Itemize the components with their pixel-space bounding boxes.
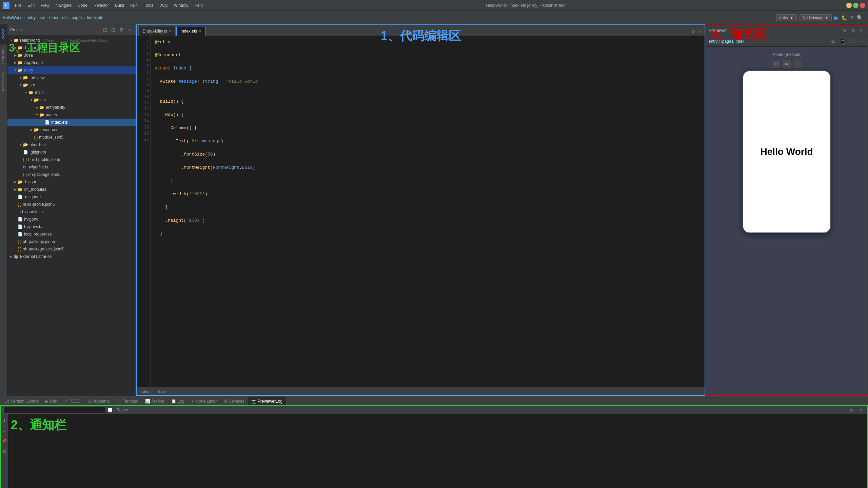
tree-external-libraries[interactable]: ▶ 📚 External Libraries: [7, 253, 136, 260]
minimize-button[interactable]: −: [846, 3, 852, 8]
preview-close-icon[interactable]: ×: [858, 27, 865, 34]
bottom-trash-icon[interactable]: 🗑: [1, 447, 8, 455]
regex-checkbox[interactable]: [108, 408, 112, 412]
breadcrumb-helloworld[interactable]: HelloWorld: [3, 15, 22, 20]
tree-ohostest[interactable]: ▶ 📂 ohosTest: [7, 141, 136, 148]
menu-window[interactable]: Window: [171, 2, 191, 8]
tree-oh-modules[interactable]: ▶ 📂 oh_modules: [7, 186, 136, 193]
tree-build-profile-entry[interactable]: { } build-profile.json5: [7, 156, 136, 163]
menu-tools[interactable]: Tools: [141, 2, 156, 8]
tree-module-json5[interactable]: { } module.json5: [7, 134, 136, 141]
tree-hvigorw-bat[interactable]: 📄 hvigorw.bat: [7, 223, 136, 230]
phone-back-icon[interactable]: ◁: [772, 60, 780, 68]
preview-phone-icon[interactable]: 📱: [839, 38, 846, 45]
run-button[interactable]: ▶: [834, 15, 839, 21]
tab-problems[interactable]: ⚠ Problems: [84, 397, 113, 405]
tree-ohpackage-lock[interactable]: { } oh-package-lock.json5: [7, 245, 136, 253]
tree-src[interactable]: ▼ 📂 src: [7, 81, 136, 89]
tab-terminal[interactable]: ⬛ Terminal: [113, 397, 141, 405]
tab-version-control[interactable]: ⎇ Version Control: [1, 397, 42, 405]
preview-settings-icon[interactable]: ⚙: [850, 27, 856, 34]
menu-navigate[interactable]: Navigate: [53, 2, 74, 8]
close-panel-icon[interactable]: ×: [126, 26, 133, 33]
tree-hvigorfile-entry[interactable]: ts hvigorfile.ts: [7, 163, 136, 171]
menu-run[interactable]: Run: [127, 2, 140, 8]
run-config-dropdown[interactable]: entry ▼: [776, 14, 797, 21]
tab-log[interactable]: 📋 Log: [168, 397, 188, 405]
breadcrumb-entry[interactable]: entry: [26, 15, 36, 20]
menu-code[interactable]: Code: [75, 2, 90, 8]
phone-more-icon[interactable]: ···: [793, 60, 802, 68]
tree-hvigor[interactable]: ▶ 📂 .hvigor: [7, 44, 136, 52]
debug-button[interactable]: 🐛: [841, 15, 847, 20]
editor-close-icon[interactable]: ×: [696, 28, 703, 35]
breadcrumb-main[interactable]: main: [49, 15, 58, 20]
menu-refactor[interactable]: Refactor: [91, 2, 112, 8]
sidebar-tab-project[interactable]: Project: [0, 24, 7, 44]
tab-indexets[interactable]: Index.ets ×: [176, 26, 206, 36]
tree-gitignore-root[interactable]: 📄 .gitignore: [7, 193, 136, 201]
close-button[interactable]: ×: [860, 3, 865, 8]
search-icon[interactable]: 🔍: [857, 15, 863, 20]
log-settings-icon[interactable]: ⚙: [848, 407, 855, 413]
gear-icon[interactable]: ⚙: [118, 26, 125, 33]
tree-entryability[interactable]: ▶ 📂 entryability: [7, 104, 136, 111]
menu-vcs[interactable]: VCS: [157, 2, 171, 8]
tree-preview[interactable]: ▶ 📂 .preview: [7, 74, 136, 81]
bottom-pin-icon[interactable]: 📌: [1, 437, 8, 445]
breadcrumb-ets[interactable]: ets: [62, 15, 67, 20]
breadcrumb-indexets[interactable]: Index.ets: [87, 15, 103, 20]
tab-todo[interactable]: ✓ TODO: [61, 397, 84, 405]
tree-resources[interactable]: ▶ 📂 resources: [7, 126, 136, 134]
tree-gitignore-entry[interactable]: 📄 .gitignore: [7, 148, 136, 156]
tab-indexets-close[interactable]: ×: [199, 29, 201, 33]
editor-settings-icon[interactable]: ⚙: [690, 28, 696, 35]
tree-ohpackage-entry[interactable]: { } oh-package.json5: [7, 171, 136, 178]
tab-code-linter[interactable]: ✦ Code Linter: [188, 397, 220, 405]
log-close-icon[interactable]: ×: [858, 407, 865, 413]
tree-index-ets[interactable]: 📄 Index.ets: [7, 119, 136, 126]
tab-entryability[interactable]: EntryAbility.ts ×: [138, 26, 176, 36]
sidebar-tab-bookmarks[interactable]: Bookmarks: [0, 68, 7, 95]
preview-refresh-icon[interactable]: ↻: [842, 27, 848, 34]
status-entry[interactable]: Entry: [158, 389, 167, 393]
tree-hvigorw[interactable]: 📄 hvigorw: [7, 216, 136, 223]
expand-all-icon[interactable]: ⊞: [102, 26, 108, 33]
sidebar-tab-structure[interactable]: Structure: [0, 44, 7, 68]
settings-gear-icon[interactable]: ⚙: [850, 15, 854, 20]
tab-previewer-log[interactable]: 📷 PreviewerLog: [248, 397, 286, 405]
breadcrumb-src[interactable]: src: [40, 15, 45, 20]
menu-edit[interactable]: Edit: [25, 2, 37, 8]
phone-home-icon[interactable]: ▭: [783, 60, 791, 68]
tab-profiler[interactable]: 📊 Profiler: [142, 397, 168, 405]
preview-tablet-icon[interactable]: ⬛: [848, 38, 855, 45]
menu-build[interactable]: Build: [112, 2, 127, 8]
tree-root-helloworld[interactable]: ▼ 📁 HelloWorld D:\HarmonyOS_FirstCourse\…: [7, 37, 136, 44]
tree-hvigorfile-root[interactable]: ts hvigorfile.ts: [7, 208, 136, 216]
status-index[interactable]: Index: [140, 389, 149, 393]
tree-ohpackage-root[interactable]: { } oh-package.json5: [7, 238, 136, 245]
tree-build-profile-root[interactable]: { } build-profile.json5: [7, 201, 136, 208]
code-content[interactable]: @Entry @Component struct Index { @State …: [151, 36, 705, 387]
menu-file[interactable]: File: [12, 2, 24, 8]
tree-pages[interactable]: ▼ 📂 pages: [7, 111, 136, 119]
preview-more-icon[interactable]: ···: [858, 38, 865, 45]
maximize-button[interactable]: □: [853, 3, 859, 8]
search-input[interactable]: [3, 407, 105, 413]
tree-entry[interactable]: ▼ 📂 entry: [7, 66, 136, 74]
bottom-scroll-up-icon[interactable]: ⬆: [1, 417, 8, 424]
preview-rotate-icon[interactable]: ⟲: [829, 38, 836, 45]
menu-view[interactable]: View: [38, 2, 52, 8]
tree-idea[interactable]: ▶ 📂 .idea: [7, 52, 136, 59]
no-devices-dropdown[interactable]: No Devices ▼: [800, 14, 832, 21]
tab-services[interactable]: ⚙ Services: [220, 397, 248, 405]
tree-ets[interactable]: ▼ 📂 ets: [7, 96, 136, 104]
breadcrumb-pages[interactable]: pages: [72, 15, 83, 20]
tree-local-properties[interactable]: 📄 local.properties: [7, 230, 136, 238]
menu-help[interactable]: Help: [192, 2, 205, 8]
tree-main[interactable]: ▼ 📂 main: [7, 89, 136, 96]
tree-appscope[interactable]: ▶ 📂 AppScope: [7, 59, 136, 66]
tab-run[interactable]: ▶ Run: [42, 397, 61, 405]
tree-hvigor-root[interactable]: ▶ 📂 .hvigor: [7, 178, 136, 186]
tab-entryability-close[interactable]: ×: [169, 29, 171, 33]
